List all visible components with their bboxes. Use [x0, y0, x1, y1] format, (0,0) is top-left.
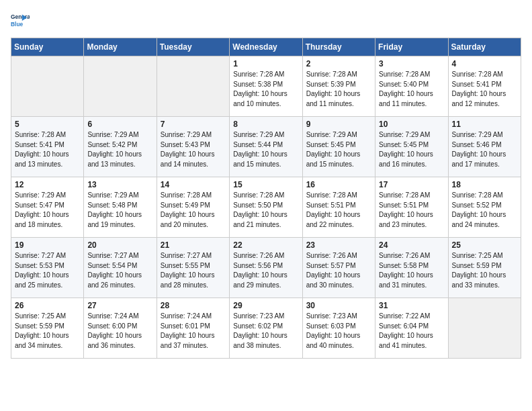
- day-info: Sunrise: 7:24 AM Sunset: 6:00 PM Dayligh…: [87, 312, 152, 351]
- calendar-table: SundayMondayTuesdayWednesdayThursdayFrid…: [11, 38, 521, 359]
- svg-text:Blue: Blue: [11, 21, 23, 28]
- weekday-header-thursday: Thursday: [302, 38, 375, 56]
- day-cell: [84, 56, 157, 117]
- weekday-header-friday: Friday: [375, 38, 448, 56]
- day-info: Sunrise: 7:25 AM Sunset: 5:59 PM Dayligh…: [15, 312, 80, 351]
- day-number: 21: [161, 240, 226, 250]
- day-info: Sunrise: 7:29 AM Sunset: 5:43 PM Dayligh…: [161, 130, 226, 169]
- svg-text:General: General: [11, 13, 30, 20]
- day-cell: [11, 56, 84, 117]
- day-number: 25: [452, 240, 517, 250]
- day-cell: 25Sunrise: 7:25 AM Sunset: 5:59 PM Dayli…: [448, 238, 521, 298]
- day-info: Sunrise: 7:22 AM Sunset: 6:04 PM Dayligh…: [379, 312, 444, 351]
- day-cell: 17Sunrise: 7:28 AM Sunset: 5:51 PM Dayli…: [375, 177, 448, 238]
- day-number: 8: [233, 120, 298, 129]
- day-info: Sunrise: 7:28 AM Sunset: 5:49 PM Dayligh…: [161, 191, 226, 230]
- logo: GeneralBlue: [11, 11, 30, 30]
- day-cell: 2Sunrise: 7:28 AM Sunset: 5:39 PM Daylig…: [302, 56, 375, 117]
- day-number: 15: [233, 180, 298, 189]
- day-cell: 30Sunrise: 7:23 AM Sunset: 6:03 PM Dayli…: [302, 298, 375, 359]
- day-number: 11: [452, 120, 517, 129]
- day-cell: 1Sunrise: 7:28 AM Sunset: 5:38 PM Daylig…: [230, 56, 302, 117]
- week-row-2: 5Sunrise: 7:28 AM Sunset: 5:41 PM Daylig…: [11, 117, 521, 177]
- day-info: Sunrise: 7:27 AM Sunset: 5:55 PM Dayligh…: [161, 251, 226, 290]
- day-number: 10: [379, 120, 444, 129]
- day-number: 22: [233, 240, 298, 250]
- day-cell: 20Sunrise: 7:27 AM Sunset: 5:54 PM Dayli…: [84, 238, 157, 298]
- day-number: 12: [15, 180, 80, 189]
- day-info: Sunrise: 7:29 AM Sunset: 5:46 PM Dayligh…: [452, 130, 517, 169]
- day-number: 3: [379, 59, 444, 68]
- day-cell: 29Sunrise: 7:23 AM Sunset: 6:02 PM Dayli…: [230, 298, 302, 359]
- day-info: Sunrise: 7:28 AM Sunset: 5:41 PM Dayligh…: [15, 130, 80, 169]
- day-cell: 26Sunrise: 7:25 AM Sunset: 5:59 PM Dayli…: [11, 298, 84, 359]
- day-number: 31: [379, 301, 444, 310]
- week-row-1: 1Sunrise: 7:28 AM Sunset: 5:38 PM Daylig…: [11, 56, 521, 117]
- day-cell: 28Sunrise: 7:24 AM Sunset: 6:01 PM Dayli…: [157, 298, 229, 359]
- day-number: 17: [379, 180, 444, 189]
- day-cell: 31Sunrise: 7:22 AM Sunset: 6:04 PM Dayli…: [375, 298, 448, 359]
- day-number: 19: [15, 240, 80, 250]
- day-cell: [157, 56, 229, 117]
- day-info: Sunrise: 7:29 AM Sunset: 5:42 PM Dayligh…: [87, 130, 152, 169]
- page-header: GeneralBlue: [11, 11, 521, 30]
- weekday-header-saturday: Saturday: [448, 38, 521, 56]
- weekday-header-tuesday: Tuesday: [157, 38, 229, 56]
- day-number: 26: [15, 301, 80, 310]
- day-number: 30: [306, 301, 371, 310]
- day-number: 23: [306, 240, 371, 250]
- day-cell: 21Sunrise: 7:27 AM Sunset: 5:55 PM Dayli…: [157, 238, 229, 298]
- logo-icon: GeneralBlue: [11, 11, 30, 30]
- weekday-header-monday: Monday: [84, 38, 157, 56]
- day-info: Sunrise: 7:27 AM Sunset: 5:54 PM Dayligh…: [87, 251, 152, 290]
- day-cell: 4Sunrise: 7:28 AM Sunset: 5:41 PM Daylig…: [448, 56, 521, 117]
- day-number: 18: [452, 180, 517, 189]
- day-info: Sunrise: 7:28 AM Sunset: 5:50 PM Dayligh…: [233, 191, 298, 230]
- day-info: Sunrise: 7:28 AM Sunset: 5:51 PM Dayligh…: [306, 191, 371, 230]
- day-number: 28: [161, 301, 226, 310]
- weekday-header-wednesday: Wednesday: [230, 38, 302, 56]
- day-number: 20: [87, 240, 152, 250]
- day-cell: 19Sunrise: 7:27 AM Sunset: 5:53 PM Dayli…: [11, 238, 84, 298]
- day-cell: 23Sunrise: 7:26 AM Sunset: 5:57 PM Dayli…: [302, 238, 375, 298]
- day-cell: [448, 298, 521, 359]
- day-cell: 18Sunrise: 7:28 AM Sunset: 5:52 PM Dayli…: [448, 177, 521, 238]
- day-info: Sunrise: 7:23 AM Sunset: 6:03 PM Dayligh…: [306, 312, 371, 351]
- day-info: Sunrise: 7:25 AM Sunset: 5:59 PM Dayligh…: [452, 251, 517, 290]
- day-info: Sunrise: 7:26 AM Sunset: 5:56 PM Dayligh…: [233, 251, 298, 290]
- day-cell: 8Sunrise: 7:29 AM Sunset: 5:44 PM Daylig…: [230, 117, 302, 177]
- day-cell: 10Sunrise: 7:29 AM Sunset: 5:45 PM Dayli…: [375, 117, 448, 177]
- day-number: 29: [233, 301, 298, 310]
- day-info: Sunrise: 7:28 AM Sunset: 5:52 PM Dayligh…: [452, 191, 517, 230]
- day-cell: 24Sunrise: 7:26 AM Sunset: 5:58 PM Dayli…: [375, 238, 448, 298]
- day-number: 14: [161, 180, 226, 189]
- day-number: 1: [233, 59, 298, 68]
- day-info: Sunrise: 7:24 AM Sunset: 6:01 PM Dayligh…: [161, 312, 226, 351]
- day-cell: 16Sunrise: 7:28 AM Sunset: 5:51 PM Dayli…: [302, 177, 375, 238]
- weekday-header-row: SundayMondayTuesdayWednesdayThursdayFrid…: [11, 38, 521, 56]
- week-row-4: 19Sunrise: 7:27 AM Sunset: 5:53 PM Dayli…: [11, 238, 521, 298]
- day-info: Sunrise: 7:29 AM Sunset: 5:47 PM Dayligh…: [15, 191, 80, 230]
- day-info: Sunrise: 7:28 AM Sunset: 5:41 PM Dayligh…: [452, 70, 517, 109]
- day-cell: 13Sunrise: 7:29 AM Sunset: 5:48 PM Dayli…: [84, 177, 157, 238]
- day-info: Sunrise: 7:23 AM Sunset: 6:02 PM Dayligh…: [233, 312, 298, 351]
- day-cell: 11Sunrise: 7:29 AM Sunset: 5:46 PM Dayli…: [448, 117, 521, 177]
- weekday-header-sunday: Sunday: [11, 38, 84, 56]
- day-info: Sunrise: 7:29 AM Sunset: 5:48 PM Dayligh…: [87, 191, 152, 230]
- day-number: 9: [306, 120, 371, 129]
- day-cell: 22Sunrise: 7:26 AM Sunset: 5:56 PM Dayli…: [230, 238, 302, 298]
- day-number: 6: [87, 120, 152, 129]
- day-cell: 27Sunrise: 7:24 AM Sunset: 6:00 PM Dayli…: [84, 298, 157, 359]
- day-number: 27: [87, 301, 152, 310]
- day-info: Sunrise: 7:29 AM Sunset: 5:45 PM Dayligh…: [379, 130, 444, 169]
- day-cell: 5Sunrise: 7:28 AM Sunset: 5:41 PM Daylig…: [11, 117, 84, 177]
- day-info: Sunrise: 7:29 AM Sunset: 5:45 PM Dayligh…: [306, 130, 371, 169]
- day-number: 7: [161, 120, 226, 129]
- day-number: 13: [87, 180, 152, 189]
- day-cell: 12Sunrise: 7:29 AM Sunset: 5:47 PM Dayli…: [11, 177, 84, 238]
- day-cell: 6Sunrise: 7:29 AM Sunset: 5:42 PM Daylig…: [84, 117, 157, 177]
- day-cell: 9Sunrise: 7:29 AM Sunset: 5:45 PM Daylig…: [302, 117, 375, 177]
- day-info: Sunrise: 7:27 AM Sunset: 5:53 PM Dayligh…: [15, 251, 80, 290]
- day-cell: 7Sunrise: 7:29 AM Sunset: 5:43 PM Daylig…: [157, 117, 229, 177]
- day-info: Sunrise: 7:28 AM Sunset: 5:38 PM Dayligh…: [233, 70, 298, 109]
